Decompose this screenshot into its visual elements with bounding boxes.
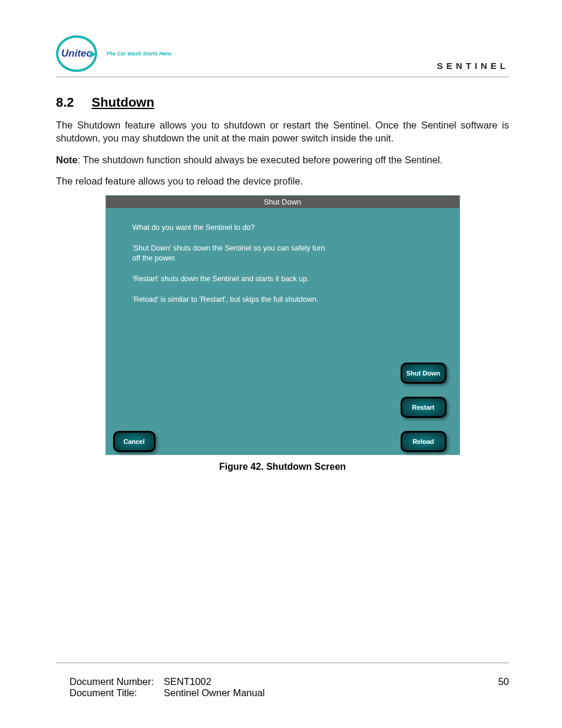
shutdown-dialog: Shut Down What do you want the Sentinel …: [106, 196, 459, 454]
dialog-line-3: 'Reload' is similar to 'Restart', but sk…: [133, 295, 327, 305]
page-header: Unitec The Car Wash Starts Here. SENTINE…: [56, 35, 509, 77]
unitec-logo-icon: Unitec: [56, 35, 97, 72]
dialog-titlebar: Shut Down: [106, 196, 459, 208]
logo-area: Unitec The Car Wash Starts Here.: [56, 35, 173, 72]
reload-button[interactable]: Reload: [401, 431, 447, 452]
footer-left: Document Number: SENT1002 Document Title…: [70, 676, 265, 699]
page-footer: Document Number: SENT1002 Document Title…: [70, 676, 509, 699]
paragraph-2: The reload feature allows you to reload …: [56, 174, 509, 187]
shut-down-button[interactable]: Shut Down: [401, 363, 447, 384]
section-title: Shutdown: [92, 95, 154, 110]
section-number: 8.2: [56, 95, 74, 110]
product-name: SENTINEL: [437, 61, 509, 72]
paragraph-note: Note: The shutdown function should alway…: [56, 153, 509, 166]
tagline: The Car Wash Starts Here.: [106, 51, 173, 57]
cancel-button[interactable]: Cancel: [113, 431, 156, 452]
doc-title: Sentinel Owner Manual: [164, 687, 265, 699]
doc-title-label: Document Title:: [70, 687, 164, 699]
section-heading: 8.2 Shutdown: [56, 95, 509, 110]
dialog-line-2: 'Restart' shuts down the Sentinel and st…: [133, 274, 327, 284]
figure-caption: Figure 42. Shutdown Screen: [56, 462, 509, 472]
doc-num-label: Document Number:: [70, 676, 164, 687]
dialog-panel: What do you want the Sentinel to do? 'Sh…: [106, 208, 459, 454]
paragraph-1: The Shutdown feature allows you to shutd…: [56, 118, 509, 145]
footer-divider: [56, 663, 509, 663]
logo-text: Unitec: [61, 48, 92, 60]
dialog-line-1: 'Shut Down' shuts down the Sentinel so y…: [133, 243, 327, 263]
note-text: : The shutdown function should always be…: [78, 154, 442, 165]
restart-button[interactable]: Restart: [401, 397, 447, 418]
dialog-question: What do you want the Sentinel to do?: [133, 223, 327, 233]
page-number: 50: [498, 676, 509, 699]
note-label: Note: [56, 154, 78, 165]
doc-num: SENT1002: [164, 676, 211, 687]
